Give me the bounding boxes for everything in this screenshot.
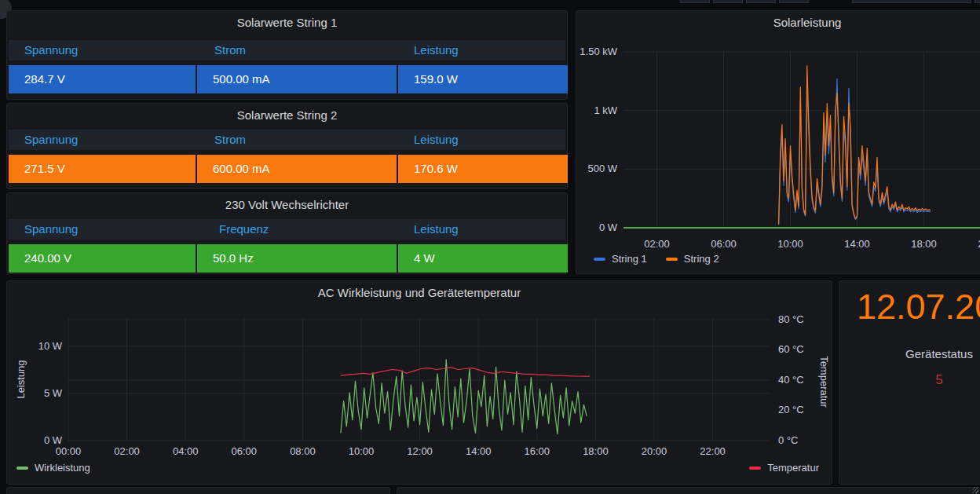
x-axis-tick-label: 20:00: [642, 445, 667, 457]
toolbar-button-cutoff[interactable]: [779, 0, 809, 3]
wirkleistung-swatch: [16, 467, 28, 470]
panel-title[interactable]: 230 Volt Wechselrichter: [7, 198, 567, 211]
y-right-tick-label: 0 °C: [778, 434, 798, 446]
cell-strom: 500.00 mA: [197, 65, 397, 93]
panel-title[interactable]: Solarwerte String 1: [7, 16, 567, 29]
panel-solarwerte-string-1: Solarwerte String 1 Spannung Strom Leist…: [6, 10, 568, 100]
y-right-tick-label: 60 °C: [778, 343, 804, 355]
legend-label: Wirkleistung: [35, 462, 90, 474]
y-left-tick-label: 0 W: [44, 434, 63, 446]
panel-resize-handle[interactable]: [972, 487, 978, 493]
table-header-row: Spannung Frequenz Leistung: [9, 219, 565, 240]
column-header-strom[interactable]: Strom: [214, 130, 246, 150]
chart-legend-right: Temperatur: [749, 462, 819, 474]
x-axis-tick-label: 06:00: [232, 445, 258, 457]
column-header-spannung[interactable]: Spannung: [24, 130, 78, 150]
x-axis-tick-label: 14:00: [844, 238, 870, 250]
x-axis-tick-label: 16:00: [525, 445, 550, 457]
x-axis-tick-label: 10:00: [349, 445, 375, 457]
x-axis-tick-label: 02:00: [114, 445, 140, 457]
legend-item-wirkleistung[interactable]: Wirkleistung: [16, 462, 90, 474]
legend-label: String 2: [684, 253, 719, 265]
toolbar-button-cutoff[interactable]: [713, 0, 743, 3]
table-row: 271.5 V 600.00 mA 170.6 W: [7, 155, 567, 183]
panel-cutoff-bottom-left: [6, 487, 390, 494]
time-picker-button-cutoff[interactable]: [852, 0, 971, 3]
panel-date-status: 12.07.20 Gerätestatus 5: [839, 280, 980, 485]
column-header-spannung[interactable]: Spannung: [24, 219, 78, 240]
x-axis-tick-label: 10:00: [777, 238, 803, 250]
date-value: 12.07.20: [857, 287, 980, 328]
toolbar-button-cutoff[interactable]: [746, 0, 776, 3]
x-axis-tick-label: 08:00: [290, 445, 316, 457]
panel-cutoff-bottom-right: [397, 487, 979, 494]
legend-label: Temperatur: [767, 462, 819, 474]
column-header-leistung[interactable]: Leistung: [414, 40, 459, 60]
chart-legend: String 1 String 2: [594, 253, 719, 265]
panel-ac-wirkleistung: AC Wirkleistung und Gerätetemperatur 00:…: [6, 280, 832, 485]
ac-chart-plot[interactable]: 00:0002:0004:0006:0008:0010:0012:0014:00…: [7, 281, 833, 485]
column-header-strom[interactable]: Strom: [214, 40, 246, 60]
string-2-swatch: [666, 258, 678, 261]
table-header-row: Spannung Strom Leistung: [9, 40, 565, 60]
legend-item-temperatur[interactable]: Temperatur: [749, 462, 819, 474]
table-row: 284.7 V 500.00 mA 159.0 W: [7, 65, 567, 93]
y-axis-tick-label: 0 W: [599, 221, 618, 233]
series-string-2: [779, 66, 931, 225]
x-axis-tick-label: 22:00: [700, 445, 726, 457]
table-row: 240.00 V 50.0 Hz 4 W: [7, 244, 567, 273]
x-axis-tick-label: 00:00: [56, 445, 82, 457]
x-axis-tick-label: 18:00: [583, 445, 609, 457]
string-1-swatch: [594, 258, 605, 261]
y-left-axis-label: Leistung: [15, 360, 27, 398]
panel-solarleistung: Solarleistung 02:0006:0010:0014:0018:002…: [576, 10, 980, 274]
cell-spannung: 271.5 V: [9, 155, 196, 183]
x-axis-tick-label: 14:00: [466, 445, 492, 457]
y-right-tick-label: 20 °C: [778, 404, 804, 415]
chart-legend-left: Wirkleistung: [16, 462, 90, 474]
y-axis-tick-label: 500 W: [587, 163, 617, 174]
x-axis-tick-label: 06:00: [711, 238, 737, 250]
x-axis-tick-label: 02:00: [644, 238, 670, 250]
y-axis-tick-label: 1 kW: [594, 104, 617, 116]
cell-strom: 600.00 mA: [197, 155, 397, 183]
series-temperatur: [341, 368, 590, 377]
series-wirkleistung: [341, 360, 587, 434]
cell-leistung: 159.0 W: [398, 65, 568, 93]
x-axis-tick-label: 18:00: [911, 238, 937, 250]
panel-wechselrichter: 230 Volt Wechselrichter Spannung Frequen…: [6, 192, 568, 274]
cell-spannung: 284.7 V: [9, 65, 196, 93]
y-left-tick-label: 5 W: [44, 387, 63, 399]
legend-label: String 1: [612, 253, 647, 265]
geraetestatus-label: Gerätestatus: [839, 347, 980, 360]
table-header-row: Spannung Strom Leistung: [9, 130, 565, 150]
cell-leistung: 170.6 W: [398, 155, 568, 183]
panel-solarwerte-string-2: Solarwerte String 2 Spannung Strom Leist…: [6, 103, 568, 189]
x-axis-tick-label: 12:00: [407, 445, 433, 457]
panel-title[interactable]: Solarwerte String 2: [7, 108, 567, 122]
x-axis-tick-label: 04:00: [173, 445, 199, 457]
y-right-tick-label: 80 °C: [778, 313, 804, 325]
cell-spannung: 240.00 V: [9, 244, 196, 273]
legend-item-string-2[interactable]: String 2: [666, 253, 719, 265]
grafana-dashboard: { "panels": { "string1": { "title": "Sol…: [0, 0, 980, 494]
column-header-frequenz[interactable]: Frequenz: [219, 219, 269, 240]
y-axis-tick-label: 1.50 kW: [580, 46, 617, 57]
y-left-tick-label: 10 W: [38, 340, 63, 352]
toolbar-button-cutoff[interactable]: [680, 0, 710, 3]
y-right-axis-label: Temperatur: [818, 356, 830, 408]
column-header-leistung[interactable]: Leistung: [414, 219, 459, 240]
geraetestatus-value: 5: [839, 372, 980, 388]
temperatur-swatch: [749, 467, 761, 470]
column-header-spannung[interactable]: Spannung: [24, 40, 78, 60]
cell-frequenz: 50.0 Hz: [197, 244, 397, 273]
y-right-tick-label: 40 °C: [778, 374, 804, 386]
legend-item-string-1[interactable]: String 1: [594, 253, 647, 265]
cell-leistung: 4 W: [398, 244, 568, 273]
solarleistung-chart-plot[interactable]: 02:0006:0010:0014:0018:0022:000 W500 W1 …: [576, 11, 980, 275]
toolbar-button-cutoff[interactable]: [975, 0, 980, 3]
column-header-leistung[interactable]: Leistung: [414, 130, 459, 150]
